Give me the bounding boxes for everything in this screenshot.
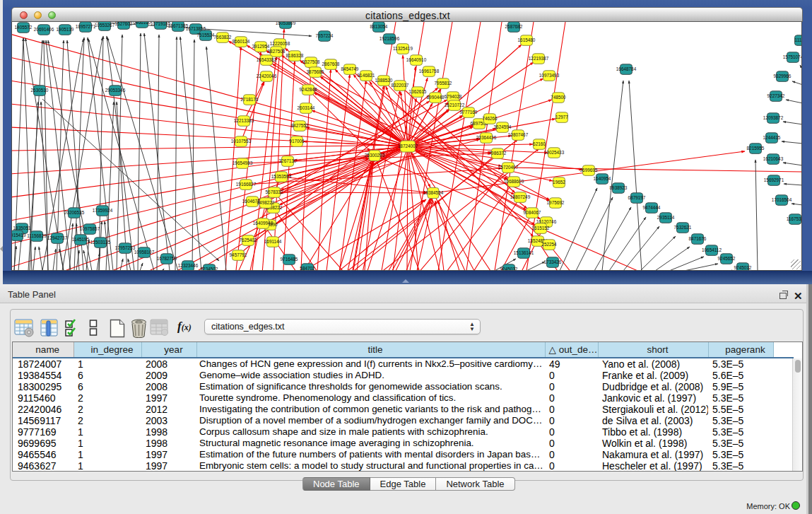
svg-text:9146821: 9146821 <box>358 73 375 78</box>
svg-text:9327508: 9327508 <box>302 59 320 64</box>
svg-text:10807467: 10807467 <box>508 132 529 137</box>
svg-text:1640954: 1640954 <box>594 176 611 181</box>
svg-text:1405572: 1405572 <box>15 25 33 30</box>
svg-text:16210722: 16210722 <box>445 103 465 107</box>
svg-text:1527602: 1527602 <box>115 22 133 26</box>
svg-text:9457791: 9457791 <box>230 252 247 257</box>
svg-text:16409948: 16409948 <box>253 221 273 226</box>
svg-text:22420046: 22420046 <box>257 74 277 78</box>
svg-text:17016504: 17016504 <box>772 197 792 202</box>
svg-text:3267130: 3267130 <box>279 158 297 163</box>
svg-text:17359924: 17359924 <box>93 208 113 213</box>
svg-text:20364436: 20364436 <box>476 135 497 140</box>
svg-text:10973493: 10973493 <box>539 73 560 78</box>
svg-text:9827508: 9827508 <box>268 49 286 54</box>
svg-text:1244415: 1244415 <box>763 135 781 140</box>
svg-text:7663822: 7663822 <box>214 35 232 40</box>
svg-text:9745012: 9745012 <box>734 265 752 270</box>
svg-text:15353594: 15353594 <box>271 174 292 179</box>
svg-text:19384554: 19384554 <box>423 190 444 195</box>
svg-text:748500: 748500 <box>551 95 566 100</box>
svg-text:18724007: 18724007 <box>398 144 418 148</box>
svg-text:18807249: 18807249 <box>510 194 531 199</box>
svg-text:252254: 252254 <box>541 242 557 247</box>
svg-text:746266: 746266 <box>482 116 498 121</box>
svg-text:12213383: 12213383 <box>234 118 254 123</box>
svg-text:12942737: 12942737 <box>47 235 68 240</box>
svg-text:8990448: 8990448 <box>427 95 445 100</box>
svg-text:12503135: 12503135 <box>90 240 111 245</box>
svg-text:2935114: 2935114 <box>657 215 675 220</box>
svg-text:9699695: 9699695 <box>580 168 598 173</box>
svg-text:7515524: 7515524 <box>197 33 215 37</box>
svg-text:1615152: 1615152 <box>532 226 550 230</box>
svg-text:15692971: 15692971 <box>764 177 784 182</box>
svg-text:9084067: 9084067 <box>524 210 541 215</box>
svg-text:9777169: 9777169 <box>460 110 478 115</box>
svg-text:7986372: 7986372 <box>489 151 507 156</box>
svg-text:9329966: 9329966 <box>774 74 792 78</box>
svg-text:6879197: 6879197 <box>628 195 646 200</box>
svg-text:10975857: 10975857 <box>80 226 100 231</box>
svg-text:7357224: 7357224 <box>316 33 334 38</box>
svg-text:15136141: 15136141 <box>514 250 534 255</box>
svg-text:917006: 917006 <box>289 139 305 144</box>
svg-text:25300293: 25300293 <box>365 153 385 158</box>
svg-text:9716485: 9716485 <box>281 257 298 262</box>
svg-text:1691144: 1691144 <box>264 239 282 244</box>
svg-text:9234502: 9234502 <box>201 267 218 270</box>
svg-text:8660124: 8660124 <box>233 39 250 44</box>
svg-text:11121: 11121 <box>795 37 802 42</box>
svg-text:11156829: 11156829 <box>27 233 47 238</box>
svg-text:12977: 12977 <box>555 115 568 119</box>
svg-text:15720407: 15720407 <box>498 165 519 170</box>
svg-text:8938923: 8938923 <box>610 185 628 190</box>
svg-text:7632621: 7632621 <box>674 225 692 230</box>
svg-text:12323446: 12323446 <box>178 263 199 268</box>
svg-text:9245032: 9245032 <box>500 267 518 270</box>
svg-text:18957271: 18957271 <box>76 24 96 29</box>
svg-text:2687682: 2687682 <box>505 24 523 29</box>
svg-text:29053346: 29053346 <box>105 88 126 93</box>
svg-text:584702: 584702 <box>300 266 315 270</box>
svg-text:8813054: 8813054 <box>370 24 388 29</box>
svg-text:16543382: 16543382 <box>257 57 277 62</box>
svg-text:10107553: 10107553 <box>231 139 252 144</box>
svg-text:19218596: 19218596 <box>379 36 400 41</box>
svg-text:8186328: 8186328 <box>286 53 304 58</box>
svg-text:12093872: 12093872 <box>763 115 784 120</box>
svg-text:9474444: 9474444 <box>643 205 661 210</box>
svg-text:12219387: 12219387 <box>529 56 549 61</box>
svg-text:6794028: 6794028 <box>445 94 462 99</box>
svg-text:1145195: 1145195 <box>72 237 90 242</box>
svg-text:1975692: 1975692 <box>547 200 565 205</box>
svg-text:3912954: 3912954 <box>252 44 270 49</box>
svg-text:11325419: 11325419 <box>393 46 413 51</box>
svg-text:9227342: 9227342 <box>767 93 785 98</box>
svg-text:5678332: 5678332 <box>266 189 283 194</box>
svg-text:19654983: 19654983 <box>233 160 253 165</box>
svg-text:62160: 62160 <box>533 141 546 146</box>
svg-text:8322037: 8322037 <box>392 83 409 88</box>
svg-text:10553267: 10553267 <box>95 23 115 28</box>
svg-text:1835051: 1835051 <box>13 226 31 230</box>
svg-text:1388520: 1388520 <box>375 78 393 83</box>
svg-text:16782759: 16782759 <box>157 256 177 261</box>
svg-text:3915419: 3915419 <box>12 233 26 238</box>
svg-text:9242848: 9242848 <box>300 87 317 92</box>
svg-text:7955812: 7955812 <box>435 81 452 86</box>
svg-text:20691406: 20691406 <box>34 27 54 32</box>
svg-text:16961758: 16961758 <box>419 69 440 74</box>
svg-text:16210643: 16210643 <box>763 156 784 161</box>
svg-text:2603144: 2603144 <box>298 105 315 110</box>
svg-text:2718176: 2718176 <box>241 97 259 102</box>
svg-text:19166827: 19166827 <box>236 182 257 187</box>
svg-text:8215955: 8215955 <box>747 146 765 151</box>
svg-text:1615480: 1615480 <box>518 37 536 42</box>
svg-text:20206535: 20206535 <box>64 210 85 215</box>
svg-text:1905139: 1905139 <box>57 27 74 32</box>
svg-text:3624594: 3624594 <box>494 124 512 129</box>
svg-text:15751074: 15751074 <box>783 54 802 59</box>
svg-text:16053809: 16053809 <box>276 22 296 25</box>
svg-text:10654112: 10654112 <box>702 247 722 252</box>
